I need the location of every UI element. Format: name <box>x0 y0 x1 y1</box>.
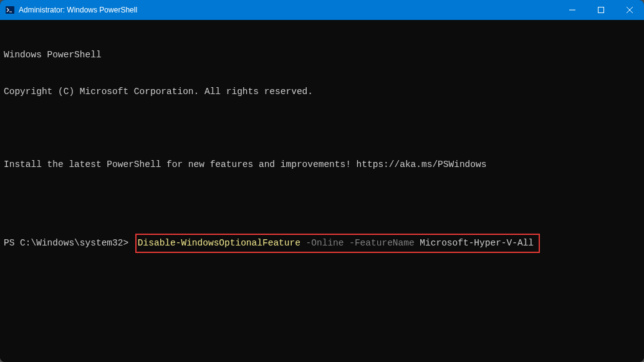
arg-token: Microsoft-Hyper-V-All <box>415 238 534 248</box>
svg-rect-3 <box>598 7 604 13</box>
output-line <box>4 123 640 135</box>
powershell-window: Administrator: Windows PowerShell Window… <box>0 0 644 362</box>
param-token: -FeatureName <box>344 238 415 248</box>
output-line: Install the latest PowerShell for new fe… <box>4 159 640 171</box>
cmdlet-token: Disable-WindowsOptionalFeature <box>138 238 300 248</box>
close-button[interactable] <box>615 0 644 20</box>
minimize-button[interactable] <box>558 0 587 20</box>
window-controls <box>558 0 644 20</box>
command-highlight: Disable-WindowsOptionalFeature -Online -… <box>135 234 540 254</box>
svg-rect-0 <box>6 6 14 14</box>
output-line: Windows PowerShell <box>4 49 640 62</box>
param-token: -Online <box>300 238 344 248</box>
output-line: Copyright (C) Microsoft Corporation. All… <box>4 86 640 98</box>
prompt-line: PS C:\Windows\system32> Disable-WindowsO… <box>4 234 640 254</box>
prompt-text: PS C:\Windows\system32> <box>4 237 134 250</box>
powershell-icon <box>5 5 15 15</box>
maximize-button[interactable] <box>587 0 615 20</box>
output-line <box>4 196 640 208</box>
titlebar[interactable]: Administrator: Windows PowerShell <box>0 0 644 20</box>
terminal-output[interactable]: Windows PowerShell Copyright (C) Microso… <box>0 20 644 362</box>
window-title: Administrator: Windows PowerShell <box>19 6 558 14</box>
